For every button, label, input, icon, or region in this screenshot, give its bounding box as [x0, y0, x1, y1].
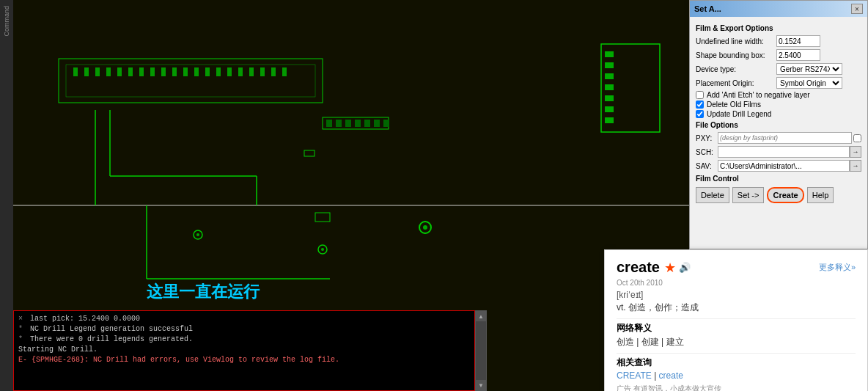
svg-rect-23 — [282, 67, 287, 76]
dialog-title: Set A... — [694, 4, 721, 13]
pxy-row: PXY: — [696, 132, 861, 144]
shape-bounding-box-label: Shape bounding box: — [696, 51, 776, 59]
dict-word: create — [617, 259, 660, 276]
console-line-1: × last pick: 15.2400 0.0000 — [18, 314, 470, 324]
update-drill-legend-label: Update Drill Legend — [707, 110, 771, 118]
dict-related-label: 相关查询 — [617, 357, 856, 369]
placement-origin-select[interactable]: Symbol Origin — [776, 77, 842, 89]
svg-rect-5 — [84, 67, 89, 76]
shape-bounding-box-input[interactable] — [776, 49, 820, 61]
dict-related-links: CREATE | create — [617, 370, 856, 381]
svg-rect-25 — [605, 51, 614, 57]
sav-row: SAV: → — [696, 160, 861, 172]
device-type-row: Device type: Gerber RS274X — [696, 63, 861, 75]
dict-divider-1 — [617, 318, 856, 319]
console-line-5-error: E- {SPMHGE-268}: NC Drill had errors, us… — [18, 355, 470, 365]
placement-origin-row: Placement Origin: Symbol Origin — [696, 77, 861, 89]
svg-rect-22 — [271, 67, 276, 76]
sav-input[interactable] — [718, 160, 850, 172]
set-button[interactable]: Set -> — [732, 187, 765, 203]
pxy-label: PXY: — [696, 134, 718, 142]
command-label: Command — [3, 6, 10, 37]
dict-divider-2 — [617, 353, 856, 354]
svg-rect-9 — [128, 67, 133, 76]
dict-network-label: 网络释义 — [617, 322, 856, 335]
update-drill-legend-checkbox[interactable] — [696, 110, 704, 118]
svg-rect-21 — [260, 67, 265, 76]
svg-rect-19 — [238, 67, 243, 76]
console-line-2: * NC Drill Legend generation successful — [18, 324, 470, 335]
sch-browse-button[interactable]: → — [850, 146, 861, 158]
dict-more-link[interactable]: 更多释义» — [819, 262, 856, 273]
device-type-select[interactable]: Gerber RS274X — [776, 63, 842, 75]
create-button[interactable]: Create — [767, 187, 803, 203]
dict-sound-icon[interactable]: 🔊 — [679, 262, 691, 273]
delete-old-films-checkbox[interactable] — [696, 101, 704, 109]
scroll-down-arrow[interactable]: ▼ — [476, 380, 486, 390]
running-status-text: 这里一直在运行 — [147, 281, 260, 303]
svg-rect-6 — [95, 67, 100, 76]
dict-star[interactable]: ★ — [664, 260, 676, 276]
dict-definition: vt. 创造，创作；造成 — [617, 302, 856, 314]
sav-browse-button[interactable]: → — [850, 160, 861, 172]
svg-rect-14 — [183, 67, 188, 76]
console-prefix-2: * — [18, 325, 23, 333]
file-options-section-title: File Options — [696, 121, 861, 129]
anti-etch-label: Add 'Anti Etch' to negative layer — [707, 91, 810, 99]
svg-rect-51 — [364, 120, 370, 127]
svg-point-39 — [321, 248, 324, 251]
svg-rect-31 — [605, 117, 614, 123]
delete-old-films-label: Delete Old Films — [707, 101, 761, 109]
help-button[interactable]: Help — [807, 187, 834, 203]
svg-rect-10 — [139, 67, 144, 76]
console-panel: × last pick: 15.2400 0.0000 * NC Drill L… — [13, 310, 475, 391]
dict-word-row: create ★ 🔊 更多释义» — [617, 259, 856, 276]
console-line-4: Starting NC Drill. — [18, 345, 470, 355]
dict-link-create-upper[interactable]: CREATE — [617, 370, 652, 381]
svg-rect-28 — [605, 84, 614, 90]
undefined-line-width-input[interactable] — [776, 35, 820, 47]
svg-rect-52 — [374, 120, 380, 127]
dialog-close-button[interactable]: × — [851, 4, 863, 14]
device-type-label: Device type: — [696, 65, 776, 73]
svg-rect-7 — [106, 67, 111, 76]
undefined-line-width-label: Undefined line width: — [696, 37, 776, 45]
dictionary-card: create ★ 🔊 更多释义» Oct 20th 2010 [kriˈeɪt]… — [604, 249, 868, 391]
svg-rect-53 — [383, 120, 389, 127]
scroll-up-arrow[interactable]: ▲ — [476, 311, 486, 321]
dialog-titlebar: Set A... × — [690, 1, 867, 17]
svg-rect-20 — [249, 67, 254, 76]
dialog-panel: Set A... × Film & Export Options Undefin… — [689, 0, 868, 249]
svg-rect-29 — [605, 95, 614, 101]
console-prefix-1: × — [18, 315, 23, 323]
svg-rect-48 — [336, 120, 342, 127]
svg-rect-30 — [605, 106, 614, 112]
sch-input[interactable] — [718, 146, 850, 158]
delete-button[interactable]: Delete — [696, 187, 729, 203]
console-scrollbar[interactable]: ▲ ▼ — [475, 310, 487, 391]
svg-rect-17 — [216, 67, 221, 76]
pxy-checkbox[interactable] — [853, 134, 861, 142]
dict-ad-text: 广告 有道智讯，小成本做大宣传 — [617, 384, 856, 391]
svg-rect-12 — [161, 67, 166, 76]
anti-etch-checkbox[interactable] — [696, 91, 704, 99]
film-export-section-title: Film & Export Options — [696, 24, 861, 32]
dialog-body: Film & Export Options Undefined line wid… — [690, 17, 867, 208]
dict-link-create-lower[interactable]: create — [659, 370, 683, 381]
svg-rect-13 — [172, 67, 177, 76]
svg-rect-8 — [117, 67, 122, 76]
dict-phonetic: [kriˈeɪt] — [617, 290, 856, 300]
shape-bounding-box-row: Shape bounding box: — [696, 49, 861, 61]
anti-etch-row: Add 'Anti Etch' to negative layer — [696, 91, 861, 99]
film-control-buttons: Delete Set -> Create Help — [696, 187, 861, 203]
svg-rect-15 — [194, 67, 199, 76]
update-drill-legend-row: Update Drill Legend — [696, 110, 861, 118]
console-line-3: * There were 0 drill legends generated. — [18, 335, 470, 345]
pxy-input[interactable] — [718, 132, 852, 144]
svg-rect-50 — [355, 120, 361, 127]
placement-origin-label: Placement Origin: — [696, 79, 776, 87]
delete-old-films-row: Delete Old Films — [696, 101, 861, 109]
svg-rect-26 — [605, 62, 614, 68]
svg-rect-4 — [73, 67, 78, 76]
left-sidebar: Command — [0, 0, 13, 391]
